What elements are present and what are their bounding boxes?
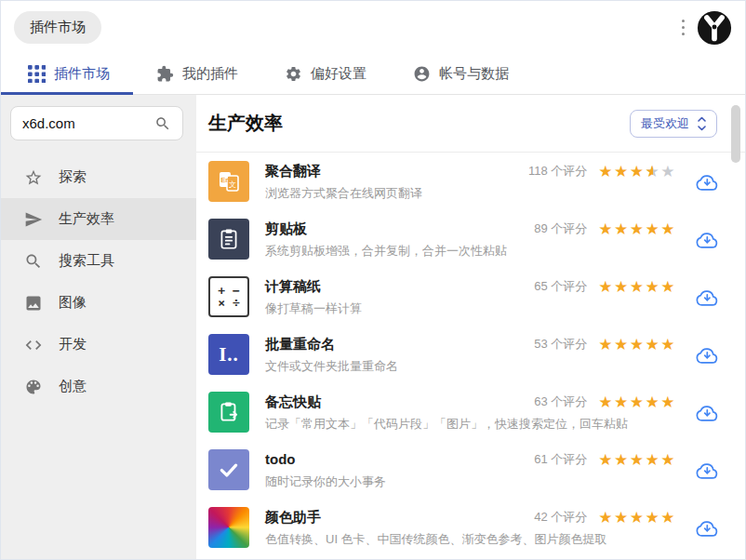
- star-icon: ★: [614, 451, 630, 469]
- plugin-market-window: 插件市场 插件市场我的插件偏好设置帐号与数据: [0, 0, 746, 560]
- search-icon[interactable]: [154, 115, 171, 132]
- star-outline-icon: [24, 168, 43, 187]
- plugin-text: 剪贴板系统剪贴板增强，合并复制，合并一次性粘贴: [265, 219, 507, 260]
- send-icon: [24, 210, 43, 229]
- image-icon: [24, 294, 43, 313]
- sidebar-item-创意[interactable]: 创意: [1, 366, 196, 407]
- puzzle-icon: [156, 65, 174, 83]
- updown-chevron-icon: [698, 116, 706, 131]
- header-right-group: [678, 10, 733, 46]
- clipboard-icon: [208, 219, 249, 260]
- checkmark-icon: [208, 449, 249, 490]
- ratings-count: 53 个评分: [534, 336, 587, 353]
- star-icon: ★: [598, 509, 614, 527]
- tab-插件市场[interactable]: 插件市场: [1, 54, 133, 94]
- rename-icon: I..: [208, 334, 249, 375]
- svg-text:文: 文: [229, 180, 236, 189]
- star-icon: ★: [646, 278, 661, 296]
- sidebar-item-搜索工具[interactable]: 搜索工具: [1, 240, 196, 282]
- plugin-list: En文聚合翻译浏览器方式聚合在线网页翻译118 个评分★★★★★★剪贴板系统剪贴…: [196, 153, 745, 559]
- plugin-row: 备忘快贴记录「常用文本」「代码片段」「图片」，快速搜索定位，回车粘贴63 个评分…: [196, 383, 745, 441]
- rating-stars: ★★★★★: [598, 221, 676, 237]
- plugin-name[interactable]: 计算稿纸: [265, 277, 362, 296]
- sidebar-item-label: 探索: [59, 168, 87, 186]
- page-title: 生产效率: [208, 111, 283, 136]
- plugin-name[interactable]: 剪贴板: [265, 220, 507, 238]
- calculator-icon: + −× ÷: [208, 276, 249, 317]
- sidebar-item-label: 创意: [59, 378, 87, 395]
- star-icon: ★: [598, 336, 614, 353]
- sidebar-item-生产效率[interactable]: 生产效率: [1, 198, 196, 240]
- plugin-description: 随时记录你的大小事务: [265, 473, 386, 490]
- download-cloud-icon[interactable]: [695, 460, 720, 482]
- star-icon: ★: [598, 393, 614, 411]
- star-icon: ★: [598, 451, 614, 469]
- plugin-meta: 89 个评分★★★★★: [534, 220, 676, 237]
- search-input[interactable]: [22, 115, 154, 131]
- tab-偏好设置[interactable]: 偏好设置: [261, 54, 390, 94]
- tab-label: 帐号与数据: [439, 65, 509, 83]
- sort-dropdown[interactable]: 最受欢迎: [630, 110, 717, 138]
- translate-icon: En文: [208, 161, 249, 202]
- sidebar-item-探索[interactable]: 探索: [1, 156, 196, 198]
- half-star-overlay: ★: [646, 164, 654, 180]
- tab-我的插件[interactable]: 我的插件: [133, 54, 261, 94]
- rating-stars: ★★★★★: [598, 279, 676, 295]
- star-icon: ★: [630, 393, 646, 411]
- plugin-row: + −× ÷计算稿纸像打草稿一样计算65 个评分★★★★★: [196, 268, 745, 326]
- star-icon: ★: [598, 278, 614, 296]
- star-icon: ★: [598, 163, 614, 180]
- tab-帐号与数据[interactable]: 帐号与数据: [390, 54, 532, 94]
- grid-icon: [28, 65, 46, 83]
- star-icon: ★: [598, 220, 614, 238]
- star-icon: ★: [614, 220, 630, 238]
- plugin-text: 批量重命名文件或文件夹批量重命名: [265, 334, 398, 375]
- rating-stars: ★★★★★: [598, 394, 676, 410]
- sort-label: 最受欢迎: [641, 115, 689, 132]
- download-cloud-icon[interactable]: [695, 517, 720, 540]
- plugin-meta: 42 个评分★★★★★: [534, 509, 676, 526]
- color-wheel-icon: [208, 507, 249, 548]
- memo-clipboard-icon: [208, 392, 249, 433]
- download-cloud-icon[interactable]: [695, 402, 720, 424]
- star-icon: ★: [614, 393, 630, 411]
- star-icon: ★: [660, 278, 676, 296]
- sidebar-item-开发[interactable]: 开发: [1, 324, 196, 366]
- rating-stars: ★★★★★: [598, 452, 676, 468]
- star-icon: ★: [630, 163, 646, 180]
- plugin-description: 像打草稿一样计算: [265, 300, 362, 317]
- plugin-row: I..批量重命名文件或文件夹批量重命名53 个评分★★★★★: [196, 326, 745, 383]
- download-cloud-icon[interactable]: [695, 344, 720, 367]
- kebab-menu-icon[interactable]: [678, 16, 689, 40]
- download-cloud-icon[interactable]: [695, 171, 720, 193]
- star-icon: ★: [660, 451, 676, 469]
- sidebar: 探索生产效率搜索工具图像开发创意: [1, 95, 196, 559]
- plugin-name[interactable]: todo: [265, 450, 386, 469]
- tab-label: 插件市场: [54, 65, 110, 83]
- star-icon: ★: [646, 509, 661, 527]
- plugin-row: 颜色助手色值转换、UI 色卡、中国传统颜色、渐变色参考、图片颜色提取42 个评分…: [196, 499, 745, 556]
- sidebar-item-图像[interactable]: 图像: [1, 282, 196, 324]
- download-cloud-icon[interactable]: [695, 229, 720, 251]
- plugin-description: 文件或文件夹批量重命名: [265, 358, 398, 375]
- sidebar-item-label: 图像: [59, 294, 87, 312]
- sidebar-item-label: 搜索工具: [59, 252, 114, 270]
- code-icon: [24, 336, 43, 354]
- download-cloud-icon[interactable]: [695, 287, 720, 309]
- sidebar-item-label: 生产效率: [59, 210, 114, 228]
- plugin-description: 色值转换、UI 色卡、中国传统颜色、渐变色参考、图片颜色提取: [265, 531, 607, 548]
- plugin-meta: 65 个评分★★★★★: [534, 278, 676, 295]
- star-icon: ★: [614, 278, 630, 296]
- sidebar-nav: 探索生产效率搜索工具图像开发创意: [1, 156, 196, 407]
- star-icon: ★: [660, 163, 676, 180]
- scrollbar-thumb[interactable]: [731, 105, 740, 163]
- star-icon: ★: [630, 336, 646, 353]
- plugin-name[interactable]: 聚合翻译: [265, 162, 422, 180]
- plugin-description: 系统剪贴板增强，合并复制，合并一次性粘贴: [265, 243, 507, 260]
- star-icon: ★: [660, 393, 676, 411]
- star-icon: ★: [630, 220, 646, 238]
- plugin-meta: 118 个评分★★★★★★: [528, 163, 676, 180]
- star-icon: ★: [630, 451, 646, 469]
- main-content: 生产效率 最受欢迎 En文聚合翻译浏览器方式聚合在线网页翻译118 个评分★★★…: [196, 95, 745, 559]
- plugin-name[interactable]: 批量重命名: [265, 335, 398, 353]
